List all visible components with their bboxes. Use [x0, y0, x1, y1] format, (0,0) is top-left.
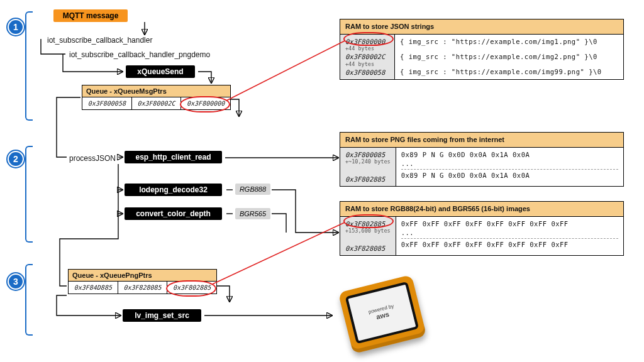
badge-2: 2 [8, 151, 24, 167]
ram-json-data-2: { img_src : "https://example.com/img99.p… [400, 67, 618, 76]
label-processjson: processJSON [69, 154, 116, 163]
ram-png-title: RAM to store PNG files coming from the i… [340, 133, 623, 148]
queue-msg-cell-0: 0x3F800058 [82, 97, 132, 109]
ram-json-addr-2: 0x3F800058 [345, 68, 389, 77]
ram-json-data-0: { img_src : "https://example.com/img1.pn… [400, 37, 618, 46]
brace-section-1 [25, 11, 33, 121]
mqtt-message-badge: MQTT message [53, 9, 128, 22]
ram-rgb-data-0: 0xFF 0xFF 0xFF 0xFF 0xFF 0xFF 0xFF 0xFF [401, 219, 618, 228]
ram-json-addr-0: 0x3F800000 [345, 37, 389, 46]
label-cb-handler-pngdemo: iot_subscribe_callback_handler_pngdemo [69, 50, 210, 59]
ram-png-note-0: +~10,240 bytes [345, 158, 391, 165]
ram-json-note-1: +44 bytes [345, 61, 389, 68]
queue-pngptrs: Queue - xQueuePngPtrs 0x3F84D885 0x3F828… [68, 269, 217, 294]
ram-png-addr-1: 0x3F802885 [345, 175, 391, 184]
brace-section-3 [25, 264, 33, 336]
ram-png-data-1: 0x89 P N G 0x0D 0x0A 0x1A 0x0A [401, 171, 618, 180]
queue-pngptrs-title: Queue - xQueuePngPtrs [69, 270, 216, 282]
queue-png-cell-0: 0x3F84D885 [69, 282, 118, 293]
ram-json-addr-1: 0x3F80002C [345, 52, 389, 61]
badge-3: 3 [8, 273, 24, 290]
ram-json-block: RAM to store JSON strings 0x3F800000 +44… [340, 19, 624, 80]
box-lv-img-set-src: lv_img_set_src [123, 309, 201, 322]
ram-png-addr-0: 0x3F800085 [345, 150, 391, 159]
diagram-root: { "labels": { "mqtt": "MQTT message", "c… [0, 0, 644, 362]
ram-rgb-note-0: +153,600 bytes [345, 228, 391, 234]
ram-rgb-title: RAM to store RGB88(24-bit) and BGR565 (1… [340, 202, 623, 217]
queue-msgptrs: Queue - xQueueMsgPtrs 0x3F800058 0x3F800… [82, 85, 231, 110]
box-http-read: esp_http_client_read [125, 151, 222, 163]
ram-png-block: RAM to store PNG files coming from the i… [340, 132, 624, 187]
box-xqueuesend: xQueueSend [126, 65, 195, 78]
svg-line-0 [226, 41, 345, 101]
box-lodepng: lodepng_decode32 [125, 184, 222, 196]
ram-rgb-ellipsis: ... [401, 228, 618, 237]
brace-section-2 [25, 146, 33, 243]
badge-1: 1 [8, 19, 24, 35]
queue-png-cell-1: 0x3F828085 [118, 282, 168, 293]
tag-rgb888: RGB888 [235, 184, 270, 195]
tag-bgr565: BGR565 [235, 208, 270, 219]
queue-png-cell-2: 0x3F802885 [167, 282, 216, 293]
ram-rgb-block: RAM to store RGB88(24-bit) and BGR565 (1… [340, 201, 624, 256]
ram-png-data-0: 0x89 P N G 0x0D 0x0A 0x1A 0x0A [401, 150, 618, 159]
box-convert-depth: convert_color_depth [125, 207, 222, 220]
ram-json-note-0: +44 bytes [345, 45, 389, 52]
iot-device-icon: powered byaws [338, 275, 427, 354]
ram-rgb-addr-0: 0x3F802885 [345, 219, 391, 228]
ram-json-data-1: { img_src : "https://example.com/img2.pn… [400, 52, 618, 61]
queue-msg-cell-2: 0x3F800000 [181, 97, 230, 109]
queue-msg-cell-1: 0x3F80002C [132, 97, 182, 109]
ram-rgb-addr-1: 0x3F828085 [345, 244, 391, 253]
svg-line-1 [213, 222, 345, 284]
label-cb-handler: iot_subscribe_callback_handler [47, 36, 152, 45]
queue-msgptrs-title: Queue - xQueueMsgPtrs [82, 85, 230, 97]
ram-json-title: RAM to store JSON strings [340, 19, 623, 35]
ram-png-ellipsis: ... [401, 159, 618, 168]
ram-rgb-data-1: 0xFF 0xFF 0xFF 0xFF 0xFF 0xFF 0xFF 0xFF [401, 240, 618, 249]
